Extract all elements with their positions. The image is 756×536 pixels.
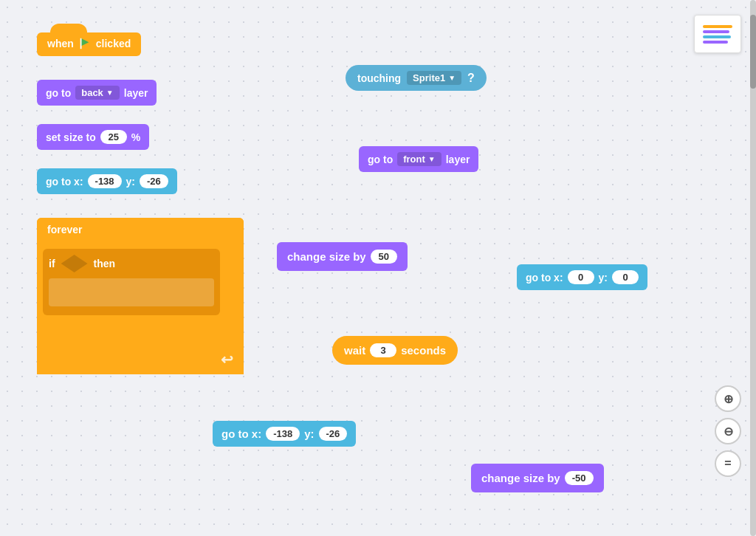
svg-marker-0 [80,38,89,47]
preview-line-1 [703,25,732,28]
flag-icon [78,37,92,50]
question-mark: ? [467,72,475,85]
front-layer-label: layer [446,154,470,165]
zoom-fit-button[interactable]: = [715,450,741,477]
goto-label-1: go to x: [46,176,83,188]
preview-line-3 [703,35,731,38]
y-val-3[interactable]: -26 [319,427,348,441]
go-to-xy3-block[interactable]: go to x: -138 y: -26 [213,421,356,447]
seconds-label: seconds [401,344,446,357]
back-dropdown[interactable]: back ▼ [75,86,120,100]
if-then-block[interactable]: if then [43,249,220,315]
wait-label: wait [344,344,365,357]
dropdown-arrow-icon: ▼ [106,89,114,97]
mini-preview [694,15,741,53]
x-val-2[interactable]: 0 [568,270,594,284]
sprite-dropdown-arrow-icon: ▼ [448,74,456,82]
preview-line-4 [703,41,728,44]
goto-label-2: go to x: [526,272,563,284]
if-label: if [49,258,55,269]
scratch-canvas: when clicked go to back ▼ layer set size… [0,0,756,536]
set-size-label: set size to [46,131,96,143]
sprite-dropdown[interactable]: Sprite1 ▼ [407,71,461,85]
change-size-neg-label: change size by [481,472,560,484]
y-label-3: y: [304,427,314,440]
y-val-1[interactable]: -26 [140,174,168,188]
touching-label: touching [357,72,401,84]
go-to-back-block[interactable]: go to back ▼ layer [37,80,157,106]
x-val-1[interactable]: -138 [88,174,122,188]
when-label: when [47,38,74,49]
change-size-50-block[interactable]: change size by 50 [277,242,408,271]
clicked-label: clicked [96,38,131,49]
zoom-in-icon: ⊕ [724,392,733,406]
forever-loop-icon: ↩ [221,351,233,368]
zoom-fit-icon: = [724,457,731,470]
scrollbar[interactable] [750,0,756,536]
zoom-in-button[interactable]: ⊕ [715,385,741,412]
zoom-out-button[interactable]: ⊖ [715,418,741,444]
size-neg50-value[interactable]: -50 [565,471,594,485]
preview-lines [703,25,732,44]
wait-value[interactable]: 3 [370,343,396,357]
then-label: then [94,258,116,269]
go-to-front-label: go to [368,154,393,165]
change-size-label: change size by [287,250,366,263]
when-flag-clicked-block[interactable]: when clicked [37,32,141,56]
goto-label-3: go to x: [221,427,261,440]
set-size-block[interactable]: set size to 25 % [37,124,149,150]
forever-body: if then ↩ [37,241,244,374]
zoom-controls: ⊕ ⊖ = [715,385,741,477]
if-inner-body [49,278,214,306]
if-header: if then [49,255,214,272]
size-value[interactable]: 25 [100,130,127,144]
forever-block[interactable]: forever if then ↩ [37,218,244,374]
preview-line-2 [703,30,729,33]
zoom-out-icon: ⊖ [724,425,733,439]
layer-label: layer [124,87,148,99]
go-to-xy2-block[interactable]: go to x: 0 y: 0 [517,264,647,290]
front-dropdown-arrow-icon: ▼ [428,155,436,163]
go-to-front-block[interactable]: go to front ▼ layer [359,146,478,172]
y-val-2[interactable]: 0 [612,270,639,284]
change-size-neg50-block[interactable]: change size by -50 [471,464,604,492]
front-dropdown[interactable]: front ▼ [397,152,441,166]
touching-block[interactable]: touching Sprite1 ▼ ? [346,65,487,91]
percent-label: % [131,131,140,143]
y-label-1: y: [126,176,135,188]
scrollbar-thumb[interactable] [750,15,756,89]
go-to-xy1-block[interactable]: go to x: -138 y: -26 [37,168,177,194]
wait-block[interactable]: wait 3 seconds [332,336,458,365]
condition-slot[interactable] [61,255,88,272]
x-val-3[interactable]: -138 [266,427,300,441]
y-label-2: y: [599,272,608,284]
forever-header: forever [37,218,244,241]
go-to-label: go to [46,87,71,99]
size-50-value[interactable]: 50 [371,250,397,264]
